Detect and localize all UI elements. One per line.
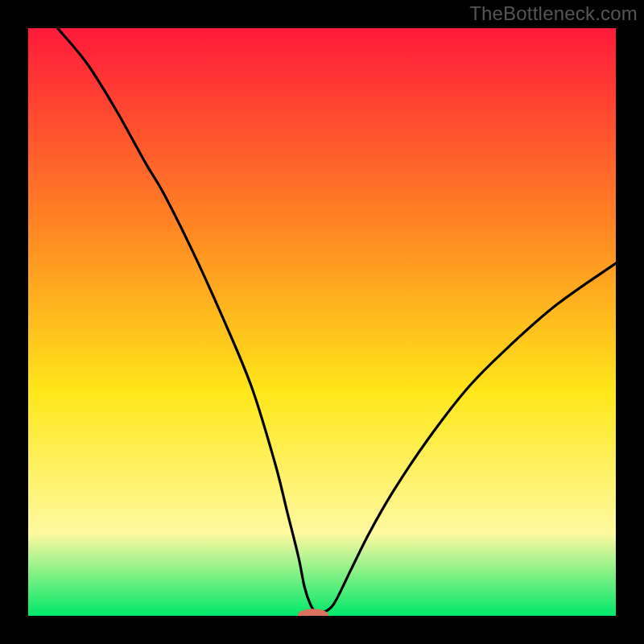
plot-area [28,28,616,616]
chart-container: { "watermark": "TheBottleneck.com", "col… [0,0,644,644]
bottleneck-chart [28,28,616,616]
watermark-text: TheBottleneck.com [469,2,638,25]
gradient-background [28,28,616,616]
